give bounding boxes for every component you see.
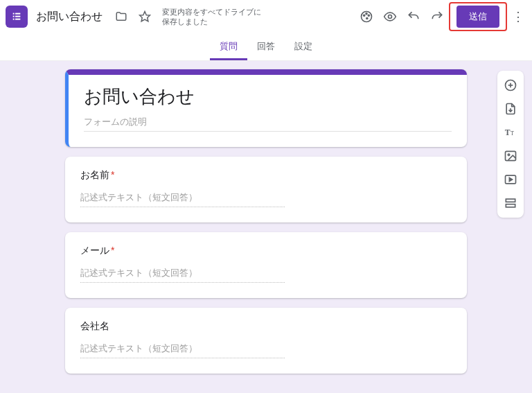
svg-rect-5 [15, 19, 20, 20]
tab-settings[interactable]: 設定 [285, 33, 322, 60]
svg-rect-1 [15, 13, 20, 15]
doc-title[interactable]: お問い合わせ [36, 10, 103, 24]
svg-point-8 [364, 15, 365, 16]
svg-rect-0 [13, 13, 15, 15]
import-questions-icon[interactable] [500, 98, 521, 119]
short-answer-placeholder: 記述式テキスト（短文回答） [80, 342, 285, 358]
add-image-icon[interactable] [500, 146, 521, 166]
short-answer-placeholder: 記述式テキスト（短文回答） [80, 267, 285, 283]
add-question-icon[interactable] [500, 75, 521, 96]
add-title-icon[interactable]: TT [500, 122, 521, 143]
svg-rect-2 [13, 16, 15, 17]
send-button-highlight: 送信 [449, 2, 507, 31]
theme-icon[interactable] [359, 9, 374, 24]
forms-logo[interactable] [6, 6, 28, 28]
svg-point-12 [389, 15, 392, 19]
svg-rect-4 [13, 19, 15, 20]
add-section-icon[interactable] [500, 193, 521, 213]
svg-point-20 [508, 154, 510, 156]
svg-rect-24 [506, 204, 515, 207]
tab-questions[interactable]: 質問 [210, 33, 247, 60]
question-card[interactable]: お名前* 記述式テキスト（短文回答） [65, 157, 467, 222]
save-status-line2: 保存しました [162, 17, 261, 26]
preview-icon[interactable] [382, 9, 398, 24]
star-icon[interactable] [137, 9, 152, 24]
more-icon[interactable]: ⋮ [510, 9, 526, 24]
tab-responses[interactable]: 回答 [247, 33, 285, 60]
form-title[interactable]: お問い合わせ [84, 85, 452, 109]
form-canvas: お問い合わせ フォームの説明 お名前* 記述式テキスト（短文回答） メール* 記… [0, 61, 532, 383]
svg-marker-22 [509, 178, 512, 182]
header-bar: お問い合わせ 変更内容をすべてドライブに 保存しました 送信 ⋮ [0, 0, 532, 33]
question-label: 会社名 [80, 320, 109, 331]
undo-icon[interactable] [406, 9, 421, 24]
svg-point-11 [366, 18, 368, 19]
question-title[interactable]: 会社名 [80, 320, 452, 333]
question-card[interactable]: メール* 記述式テキスト（短文回答） [65, 232, 467, 298]
add-video-icon[interactable] [500, 169, 521, 190]
svg-point-10 [368, 15, 369, 16]
save-status-line1: 変更内容をすべてドライブに [162, 7, 261, 17]
svg-rect-23 [506, 199, 515, 202]
svg-point-9 [366, 13, 367, 15]
tabs: 質問 回答 設定 [0, 33, 532, 61]
folder-icon[interactable] [114, 9, 129, 24]
question-label: お名前 [80, 169, 109, 180]
redo-icon[interactable] [429, 9, 445, 24]
short-answer-placeholder: 記述式テキスト（短文回答） [80, 191, 285, 207]
svg-text:T: T [511, 130, 514, 137]
question-title[interactable]: メール* [80, 245, 452, 257]
svg-rect-3 [15, 16, 20, 17]
required-mark: * [111, 245, 114, 256]
svg-marker-6 [140, 12, 150, 21]
save-status: 変更内容をすべてドライブに 保存しました [162, 7, 261, 27]
question-card[interactable]: 会社名 記述式テキスト（短文回答） [65, 308, 467, 374]
question-title[interactable]: お名前* [80, 169, 452, 182]
question-label: メール [80, 245, 109, 256]
side-toolbar: TT [497, 71, 524, 218]
send-button[interactable]: 送信 [456, 6, 499, 28]
svg-text:T: T [505, 128, 511, 137]
required-mark: * [111, 169, 114, 180]
form-description[interactable]: フォームの説明 [84, 116, 452, 132]
form-title-card[interactable]: お問い合わせ フォームの説明 [65, 69, 467, 147]
